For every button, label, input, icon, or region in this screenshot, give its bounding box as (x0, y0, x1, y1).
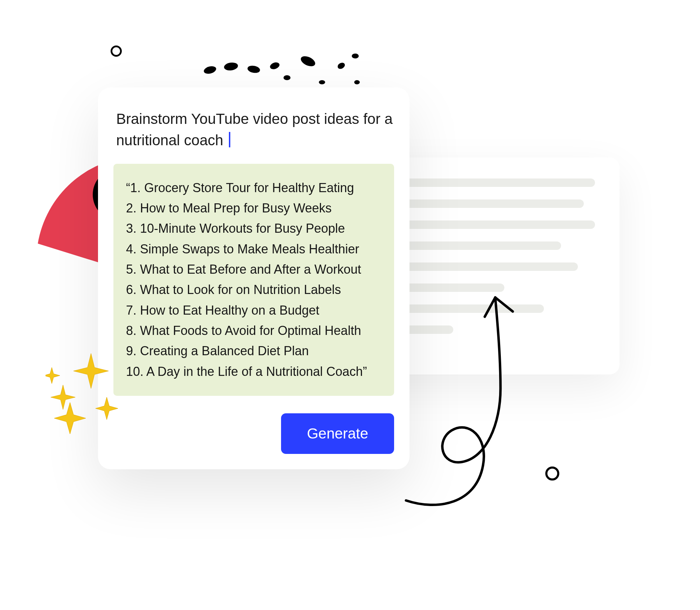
result-line: 8. What Foods to Avoid for Optimal Healt… (126, 321, 382, 341)
svg-point-7 (319, 80, 325, 84)
generate-button[interactable]: Generate (281, 413, 394, 454)
result-line: 5. What to Eat Before and After a Workou… (126, 259, 382, 280)
prompt-card: Brainstorm YouTube video post ideas for … (98, 87, 410, 469)
svg-point-3 (247, 65, 261, 74)
result-line: 3. 10-Minute Workouts for Busy People (126, 218, 382, 239)
result-line: 4. Simple Swaps to Make Meals Healthier (126, 239, 382, 259)
svg-point-2 (224, 62, 239, 71)
svg-point-5 (284, 75, 290, 80)
result-line: 9. Creating a Balanced Diet Plan (126, 341, 382, 361)
circle-icon (111, 45, 122, 57)
svg-point-4 (269, 61, 280, 70)
result-line: 10. A Day in the Life of a Nutritional C… (126, 362, 382, 382)
circle-icon (545, 467, 559, 481)
result-box: “1. Grocery Store Tour for Healthy Eatin… (113, 164, 394, 396)
svg-point-10 (354, 80, 360, 84)
svg-point-9 (352, 54, 359, 58)
result-line: 6. What to Look for on Nutrition Labels (126, 280, 382, 300)
prompt-input[interactable]: Brainstorm YouTube video post ideas for … (113, 108, 394, 151)
svg-point-6 (299, 54, 317, 68)
result-line: 7. How to Eat Healthy on a Budget (126, 300, 382, 321)
result-line: “1. Grocery Store Tour for Healthy Eatin… (126, 178, 382, 198)
result-line: 2. How to Meal Prep for Busy Weeks (126, 198, 382, 218)
prompt-text: Brainstorm YouTube video post ideas for … (116, 111, 393, 148)
svg-point-8 (336, 62, 346, 70)
svg-point-1 (203, 65, 217, 75)
text-cursor-icon (229, 132, 230, 147)
